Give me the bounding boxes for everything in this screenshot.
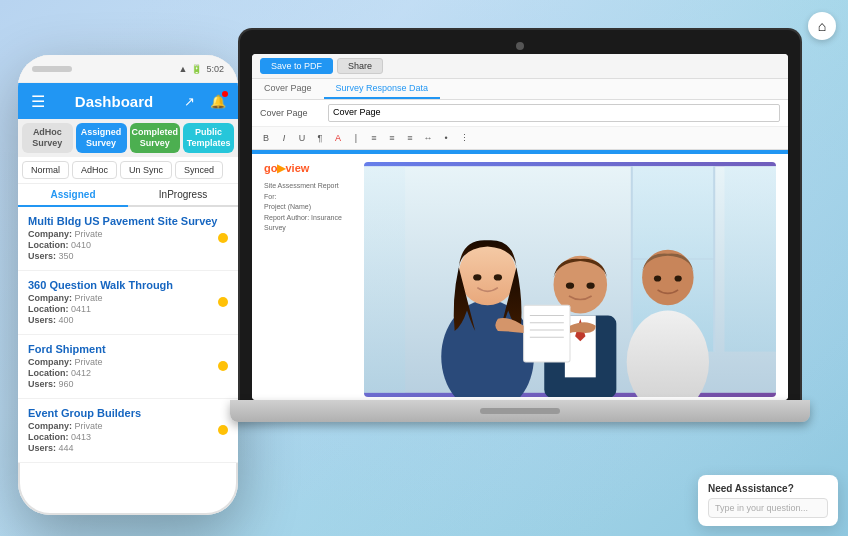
survey-location: Location: 0410 [28, 240, 228, 250]
people-illustration [364, 162, 776, 397]
report-project: Project (Name) [264, 202, 354, 213]
form-label: Cover Page [260, 108, 320, 118]
survey-title: 360 Question Walk Through [28, 279, 228, 291]
tab-adhoc-survey[interactable]: AdHocSurvey [22, 123, 73, 153]
laptop-mockup: Save to PDF Share Cover Page Survey Resp… [230, 30, 810, 500]
tab-survey-response[interactable]: Survey Response Data [324, 79, 441, 99]
status-time: 5:02 [206, 64, 224, 74]
report-for: For: [264, 192, 354, 203]
laptop-tabs: Cover Page Survey Response Data [252, 79, 788, 100]
svg-rect-21 [524, 305, 570, 362]
save-pdf-button[interactable]: Save to PDF [260, 58, 333, 74]
list-item[interactable]: 360 Question Walk Through Company: Priva… [18, 271, 238, 335]
tab-completed-survey[interactable]: CompletedSurvey [130, 123, 181, 153]
status-indicator [218, 425, 228, 435]
list-item[interactable]: Ford Shipment Company: Private Location:… [18, 335, 238, 399]
editor-toolbar: B I U ¶ A | ≡ ≡ ≡ ↔ • ⋮ [252, 127, 788, 150]
laptop-display: Save to PDF Share Cover Page Survey Resp… [252, 54, 788, 400]
report-content-area: go▶view Site Assessment Report For: Proj… [252, 154, 788, 400]
list-item[interactable]: Multi Bldg US Pavement Site Survey Compa… [18, 207, 238, 271]
laptop-toolbar: Save to PDF Share [252, 54, 788, 79]
share-icon[interactable]: ↗ [180, 91, 200, 111]
survey-location: Location: 0412 [28, 368, 228, 378]
phone-notch [32, 66, 72, 72]
toggle-assigned[interactable]: Assigned [18, 184, 128, 207]
battery-icon: 🔋 [191, 64, 202, 74]
survey-company: Company: Private [28, 229, 228, 239]
list-item[interactable]: Event Group Builders Company: Private Lo… [18, 399, 238, 463]
phone-mockup: ▲ 🔋 5:02 ☰ Dashboard ↗ 🔔 AdH [18, 55, 238, 515]
svg-point-19 [654, 275, 661, 281]
survey-type-tabs: AdHocSurvey AssignedSurvey CompletedSurv… [18, 119, 238, 157]
laptop-camera [516, 42, 524, 50]
wifi-icon: ▲ [179, 64, 188, 74]
form-row: Cover Page Cover Page [252, 100, 788, 127]
notification-icon[interactable]: 🔔 [208, 91, 228, 111]
cover-page-input[interactable]: Cover Page [328, 104, 780, 122]
survey-users: Users: 444 [28, 443, 228, 453]
tab-cover-page[interactable]: Cover Page [252, 79, 324, 99]
tool-italic[interactable]: I [276, 130, 292, 146]
survey-title: Ford Shipment [28, 343, 228, 355]
survey-location: Location: 0413 [28, 432, 228, 442]
report-author: Report Author: Insurance Survey [264, 213, 354, 234]
svg-point-10 [494, 274, 502, 280]
svg-point-16 [586, 283, 594, 289]
svg-point-15 [566, 283, 574, 289]
tool-more[interactable]: ⋮ [456, 130, 472, 146]
laptop-screen: Save to PDF Share Cover Page Survey Resp… [240, 30, 800, 400]
assignment-toggle: Assigned InProgress [18, 184, 238, 207]
phone-status-bar: ▲ 🔋 5:02 [18, 55, 238, 83]
tool-indent[interactable]: ↔ [420, 130, 436, 146]
tool-align-left[interactable]: ≡ [366, 130, 382, 146]
filter-normal[interactable]: Normal [22, 161, 69, 179]
survey-company: Company: Private [28, 357, 228, 367]
report-left-panel: go▶view Site Assessment Report For: Proj… [264, 162, 354, 397]
survey-users: Users: 960 [28, 379, 228, 389]
tool-underline[interactable]: U [294, 130, 310, 146]
svg-rect-2 [725, 166, 777, 351]
survey-title: Event Group Builders [28, 407, 228, 419]
notification-badge [222, 91, 228, 97]
tool-paragraph[interactable]: ¶ [312, 130, 328, 146]
share-button[interactable]: Share [337, 58, 383, 74]
status-indicator [218, 233, 228, 243]
survey-company: Company: Private [28, 293, 228, 303]
chat-widget: Need Assistance? Type in your question..… [698, 475, 838, 526]
tool-align-right[interactable]: ≡ [402, 130, 418, 146]
survey-company: Company: Private [28, 421, 228, 431]
tool-align-center[interactable]: ≡ [384, 130, 400, 146]
tab-assigned-survey[interactable]: AssignedSurvey [76, 123, 127, 153]
chat-title: Need Assistance? [708, 483, 828, 494]
tool-separator: | [348, 130, 364, 146]
status-indicator [218, 297, 228, 307]
status-indicator [218, 361, 228, 371]
survey-users: Users: 400 [28, 315, 228, 325]
app-logo: go▶view [264, 162, 354, 175]
laptop-base [230, 400, 810, 422]
phone-status-icons: ▲ 🔋 5:02 [179, 64, 224, 74]
survey-users: Users: 350 [28, 251, 228, 261]
home-icon: ⌂ [818, 18, 826, 34]
report-title-text: Site Assessment Report [264, 181, 354, 192]
menu-icon[interactable]: ☰ [28, 91, 48, 111]
filter-row: Normal AdHoc Un Sync Synced [18, 157, 238, 184]
dashboard-title: Dashboard [75, 93, 153, 110]
header-action-icons: ↗ 🔔 [180, 91, 228, 111]
survey-list: Multi Bldg US Pavement Site Survey Compa… [18, 207, 238, 463]
chat-input[interactable]: Type in your question... [708, 498, 828, 518]
filter-unsync[interactable]: Un Sync [120, 161, 172, 179]
tool-list[interactable]: • [438, 130, 454, 146]
home-button[interactable]: ⌂ [808, 12, 836, 40]
svg-point-9 [473, 274, 481, 280]
survey-title: Multi Bldg US Pavement Site Survey [28, 215, 228, 227]
filter-synced[interactable]: Synced [175, 161, 223, 179]
phone-shell: ▲ 🔋 5:02 ☰ Dashboard ↗ 🔔 AdH [18, 55, 238, 515]
phone-header: ☰ Dashboard ↗ 🔔 [18, 83, 238, 119]
tab-public-templates[interactable]: PublicTemplates [183, 123, 234, 153]
tool-bold[interactable]: B [258, 130, 274, 146]
toggle-inprogress[interactable]: InProgress [128, 184, 238, 207]
report-metadata: Site Assessment Report For: Project (Nam… [264, 181, 354, 234]
tool-font-color[interactable]: A [330, 130, 346, 146]
filter-adhoc[interactable]: AdHoc [72, 161, 117, 179]
